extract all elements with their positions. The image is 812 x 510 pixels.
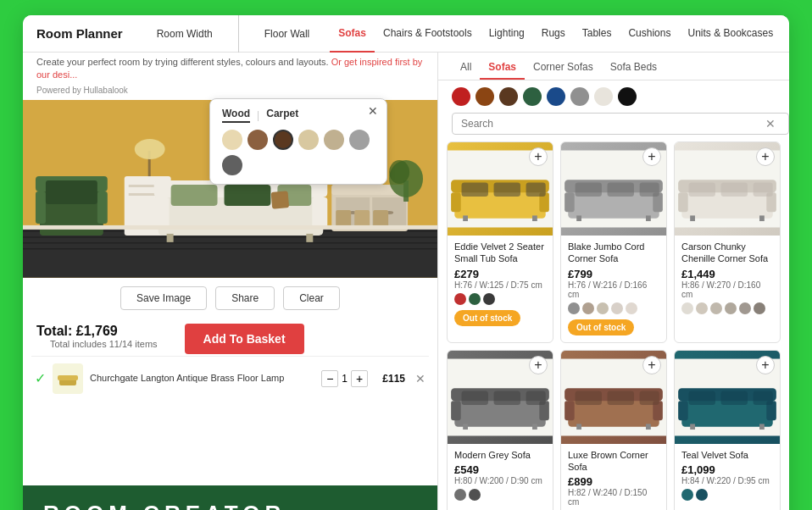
add-product-button-1[interactable]: +	[642, 147, 661, 166]
floor-swatch-1[interactable]	[247, 130, 268, 150]
product-swatch-0-2[interactable]	[483, 293, 495, 305]
product-swatch-5-0[interactable]	[681, 489, 693, 501]
product-swatch-0-1[interactable]	[469, 293, 481, 305]
floor-swatch-3[interactable]	[298, 130, 319, 150]
floor-tab-carpet[interactable]: Carpet	[266, 108, 298, 123]
filter-color-2[interactable]	[499, 87, 518, 106]
product-dims-3: H:80 / W:200 / D:90 cm	[454, 476, 546, 485]
product-swatch-2-2[interactable]	[710, 302, 722, 314]
add-product-button-5[interactable]: +	[756, 356, 775, 374]
product-name-1: Blake Jumbo Cord Corner Sofa	[568, 241, 659, 265]
out-of-stock-button-1[interactable]: Out of stock	[568, 319, 634, 335]
svg-rect-52	[532, 215, 537, 221]
item-remove[interactable]: ✕	[415, 372, 425, 385]
floor-swatch-6[interactable]	[222, 155, 242, 175]
product-swatch-2-3[interactable]	[725, 302, 737, 314]
category-tab-chairs---footstools[interactable]: Chairs & Footstools	[375, 15, 481, 53]
add-to-basket-button[interactable]: Add To Basket	[185, 324, 304, 354]
category-tab-cushions[interactable]: Cushions	[620, 15, 679, 53]
filter-color-1[interactable]	[476, 87, 494, 106]
search-clear-icon[interactable]: ✕	[765, 117, 776, 130]
floor-swatch-4[interactable]	[324, 130, 344, 150]
add-product-button-4[interactable]: +	[642, 356, 661, 374]
product-info-4: Luxe Brown Corner Sofa£899H:82 / W:240 /…	[561, 444, 666, 510]
svg-rect-79	[494, 391, 520, 405]
save-image-button[interactable]: Save Image	[120, 286, 207, 310]
floor-swatch-5[interactable]	[349, 130, 370, 150]
product-swatch-2-4[interactable]	[739, 302, 751, 314]
floor-tab-wood[interactable]: Wood	[222, 108, 250, 123]
filter-color-5[interactable]	[570, 87, 589, 106]
category-tab-lighting[interactable]: Lighting	[481, 15, 533, 53]
product-card-3: +Modern Grey Sofa£549H:80 / W:200 / D:90…	[447, 350, 553, 510]
product-swatch-5-1[interactable]	[696, 489, 708, 501]
product-swatch-2-0[interactable]	[681, 302, 693, 314]
product-swatches-5	[681, 489, 773, 501]
product-swatch-3-1[interactable]	[469, 489, 481, 501]
sub-tab-sofas[interactable]: Sofas	[480, 58, 525, 80]
svg-rect-58	[576, 183, 602, 197]
item-list: ✓ Churchgate Langton Antique Brass Floor…	[23, 356, 437, 485]
svg-rect-18	[154, 197, 170, 227]
item-checkbox[interactable]: ✓	[35, 370, 46, 386]
product-swatch-1-0[interactable]	[568, 302, 580, 314]
svg-rect-92	[646, 424, 651, 430]
top-nav: Room Planner Room Width Floor Wall Sofas…	[23, 15, 789, 53]
product-card-2: +Carson Chunky Chenille Corner Sofa£1,44…	[674, 141, 781, 343]
qty-decrease[interactable]: −	[321, 370, 338, 387]
qty-value: 1	[342, 373, 348, 385]
category-tab-sofas[interactable]: Sofas	[330, 15, 375, 53]
filter-color-7[interactable]	[618, 87, 637, 106]
category-tab-rugs[interactable]: Rugs	[533, 15, 574, 53]
product-swatch-2-5[interactable]	[754, 302, 765, 314]
out-of-stock-button-0[interactable]: Out of stock	[454, 310, 520, 326]
filter-color-0[interactable]	[452, 87, 470, 106]
filter-color-3[interactable]	[523, 87, 542, 106]
product-card-0: +Eddie Velvet 2 Seater Small Tub Sofa£27…	[447, 141, 553, 343]
sub-tab-sofa-beds[interactable]: Sofa Beds	[602, 58, 665, 80]
add-product-button-3[interactable]: +	[529, 356, 548, 374]
product-dims-4: H:82 / W:240 / D:150 cm	[568, 488, 659, 507]
room-width-btn[interactable]: Room Width	[150, 25, 220, 43]
product-card-1: +Blake Jumbo Cord Corner Sofa£799H:76 / …	[560, 141, 667, 343]
floor-swatch-0[interactable]	[222, 130, 242, 150]
floor-popup-close[interactable]: ✕	[368, 104, 378, 118]
sub-tabs: AllSofasCorner SofasSofa Beds	[438, 53, 789, 80]
category-tab-tables[interactable]: Tables	[574, 15, 620, 53]
qty-increase[interactable]: +	[351, 370, 368, 387]
product-swatch-0-0[interactable]	[454, 293, 466, 305]
share-button[interactable]: Share	[215, 286, 275, 310]
room-planner-title: Room Planner	[36, 26, 123, 41]
svg-point-15	[135, 139, 165, 159]
svg-rect-59	[608, 183, 634, 197]
sub-tab-all[interactable]: All	[452, 58, 480, 80]
product-swatch-1-4[interactable]	[626, 302, 637, 314]
item-price: £115	[375, 373, 405, 385]
add-product-button-2[interactable]: +	[756, 147, 775, 166]
product-swatch-1-3[interactable]	[611, 302, 623, 314]
svg-rect-37	[354, 210, 370, 227]
product-swatch-1-1[interactable]	[582, 302, 594, 314]
product-info-1: Blake Jumbo Cord Corner Sofa£799H:76 / W…	[561, 236, 666, 342]
svg-rect-20	[171, 185, 218, 206]
room-creator-banner: ROOM CREATOR	[23, 485, 437, 510]
product-info-0: Eddie Velvet 2 Seater Small Tub Sofa£279…	[448, 236, 553, 333]
svg-rect-78	[462, 391, 488, 405]
filter-color-4[interactable]	[547, 87, 565, 106]
product-swatch-1-2[interactable]	[597, 302, 609, 314]
search-input[interactable]	[452, 113, 789, 135]
svg-rect-72	[759, 215, 765, 221]
svg-rect-56	[565, 192, 575, 212]
product-swatch-2-1[interactable]	[696, 302, 708, 314]
room-subtitle: Create your perfect room by trying diffe…	[23, 53, 437, 84]
sub-tab-corner-sofas[interactable]: Corner Sofas	[525, 58, 602, 80]
add-product-button-0[interactable]: +	[529, 147, 548, 166]
category-tab-units---bookcases[interactable]: Units & Bookcases	[679, 15, 776, 53]
clear-button[interactable]: Clear	[283, 286, 340, 310]
product-swatch-3-0[interactable]	[454, 489, 466, 501]
svg-rect-80	[526, 391, 546, 405]
svg-rect-10	[46, 180, 97, 204]
filter-color-6[interactable]	[594, 87, 613, 106]
floor-wall-btn[interactable]: Floor Wall	[258, 25, 317, 43]
floor-swatch-2[interactable]	[273, 130, 293, 150]
